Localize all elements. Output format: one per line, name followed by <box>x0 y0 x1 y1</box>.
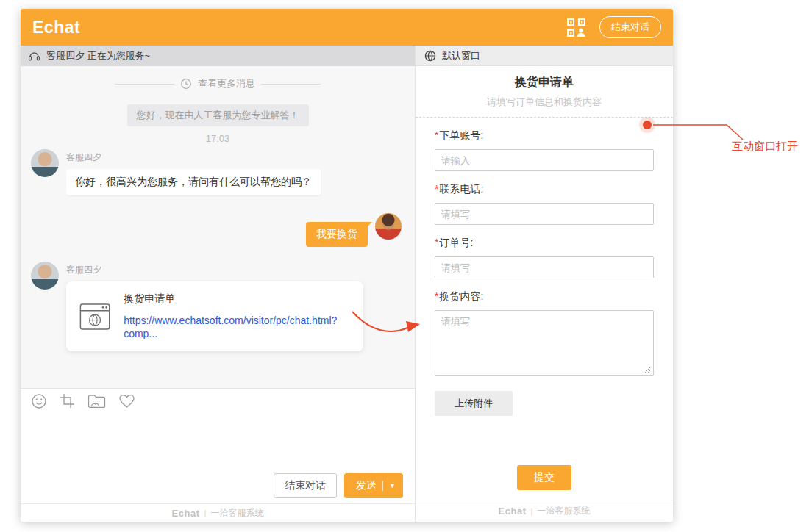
chat-panel: 客服四夕 正在为您服务~ 查看更多消息 您好，现在由人工客服为您专业解答！ 17… <box>21 46 416 522</box>
chat-application-window: Echat 结束对话 <box>21 9 673 522</box>
card-link[interactable]: https://www.echatsoft.com/visitor/pc/cha… <box>124 314 337 339</box>
resize-grip-icon[interactable] <box>644 366 652 373</box>
caret-down-icon[interactable]: ▼ <box>389 483 396 489</box>
divider-line <box>261 84 321 85</box>
qr-contact-icon <box>566 18 586 37</box>
footer-brand-logo: Echat <box>499 506 527 517</box>
interactive-form-panel: 默认窗口 换货申请单 请填写订单信息和换货内容 *下单账号: *联系电话: *订… <box>416 46 673 522</box>
footer-divider: | <box>531 507 533 516</box>
order-number-input[interactable] <box>435 256 654 278</box>
required-mark: * <box>435 237 438 248</box>
visitor-message-bubble: 我要换货 <box>306 222 368 247</box>
headset-icon <box>28 50 40 62</box>
end-chat-button-bottom[interactable]: 结束对话 <box>274 473 337 498</box>
upload-attachment-button[interactable]: 上传附件 <box>435 391 513 416</box>
form-body: 换货申请单 请填写订单信息和换货内容 *下单账号: *联系电话: *订单号: *… <box>416 66 673 500</box>
send-button[interactable]: 发送 ▼ <box>344 473 403 498</box>
chat-panel-footer: Echat | 一洽客服系统 <box>21 503 415 522</box>
echat-logo: Echat <box>32 18 80 37</box>
agent-message-row: 客服四夕 你好，很高兴为您服务，请问有什么可以帮您的吗？ <box>31 149 404 195</box>
agent-avatar <box>31 262 59 290</box>
divider-line <box>115 84 174 85</box>
agent-message-bubble: 你好，很高兴为您服务，请问有什么可以帮您的吗？ <box>66 169 321 195</box>
form-window-title: 默认窗口 <box>442 49 480 62</box>
footer-product-name: 一洽客服系统 <box>537 505 590 517</box>
app-header: Echat 结束对话 <box>21 9 673 46</box>
load-more-label: 查看更多消息 <box>198 77 255 90</box>
field-label: *联系电话: <box>435 183 654 196</box>
image-file-icon[interactable] <box>88 394 106 409</box>
field-label: *换货内容: <box>435 290 654 303</box>
visitor-avatar <box>375 213 402 240</box>
message-timestamp: 17:03 <box>31 133 404 144</box>
order-account-input[interactable] <box>435 149 654 171</box>
load-more-messages[interactable]: 查看更多消息 <box>115 77 321 90</box>
card-title: 换货申请单 <box>124 292 350 306</box>
field-label: *订单号: <box>435 237 654 250</box>
message-input-area[interactable]: 结束对话 发送 ▼ <box>21 413 415 503</box>
chat-toolbar <box>21 388 415 413</box>
field-contact-phone: *联系电话: <box>435 183 654 225</box>
send-button-divider <box>382 481 383 491</box>
footer-product-name: 一洽客服系统 <box>210 507 263 520</box>
required-mark: * <box>435 290 438 302</box>
form-window-bar: 默认窗口 <box>416 46 673 66</box>
form-panel-footer: Echat | 一洽客服系统 <box>416 500 673 522</box>
form-title: 换货申请单 <box>435 75 654 90</box>
chat-message-area: 查看更多消息 您好，现在由人工客服为您专业解答！ 17:03 客服四夕 你好，很… <box>21 66 415 388</box>
system-notice-bubble: 您好，现在由人工客服为您专业解答！ <box>127 104 309 126</box>
end-chat-button-top[interactable]: 结束对话 <box>599 16 661 38</box>
field-exchange-content: *换货内容: <box>435 290 654 376</box>
annotation-dot <box>643 121 652 129</box>
agent-avatar <box>31 149 59 177</box>
submit-button[interactable]: 提交 <box>517 465 571 490</box>
agent-name: 客服四夕 <box>66 264 363 276</box>
field-label: *下单账号: <box>435 129 654 143</box>
agent-card-message-row: 客服四夕 换货 <box>31 262 404 351</box>
globe-icon <box>424 50 436 62</box>
required-mark: * <box>435 129 438 141</box>
qr-contact-icon[interactable] <box>566 18 586 37</box>
exchange-content-textarea[interactable] <box>435 310 654 376</box>
send-label: 发送 <box>356 479 377 492</box>
agent-status-bar: 客服四夕 正在为您服务~ <box>21 46 415 66</box>
required-mark: * <box>435 183 438 195</box>
contact-phone-input[interactable] <box>435 203 654 225</box>
heart-rate-icon[interactable] <box>118 393 135 409</box>
form-subtitle: 请填写订单信息和换货内容 <box>435 96 654 117</box>
agent-status-text: 客服四夕 正在为您服务~ <box>46 49 150 62</box>
history-clock-icon <box>180 78 192 90</box>
field-order-account: *下单账号: <box>435 129 654 171</box>
footer-divider: | <box>204 508 207 517</box>
dashed-separator <box>416 117 673 118</box>
visitor-message-row: 我要换货 <box>31 213 404 247</box>
footer-brand-logo: Echat <box>172 508 200 519</box>
annotation-label: 互动窗口打开 <box>732 140 798 154</box>
form-link-card[interactable]: 换货申请单 https://www.echatsoft.com/visitor/… <box>66 281 363 351</box>
emoji-icon[interactable] <box>31 393 47 409</box>
field-order-number: *订单号: <box>435 237 654 278</box>
browser-globe-icon <box>79 302 110 331</box>
screenshot-crop-icon[interactable] <box>60 393 75 409</box>
agent-name: 客服四夕 <box>66 151 321 164</box>
